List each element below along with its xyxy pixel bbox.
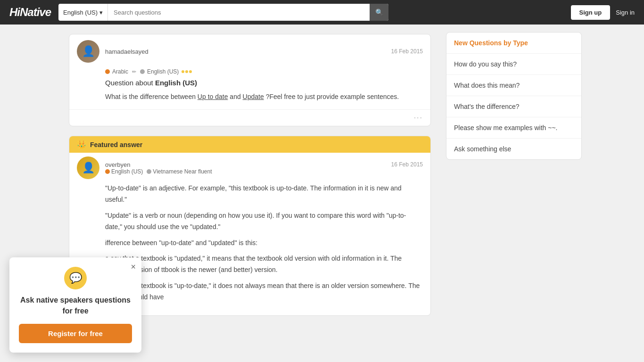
crown-icon: 👑 xyxy=(77,140,86,149)
question-user-meta: hamadaelsayed xyxy=(105,48,391,55)
answer-paragraph-3: ifference between "up-to-date" and "upda… xyxy=(105,238,423,249)
header-actions: Sign up Sign in xyxy=(571,5,635,20)
question-lang-tags: Arabic ✏ English (US) xyxy=(105,68,423,75)
answer-paragraph-1: "Up-to-date" is an adjective. For exampl… xyxy=(105,183,423,206)
sidebar-item-how-do-you-say[interactable]: How do you say this? xyxy=(446,54,581,75)
header: HiNative English (US) ▾ 🔍 Sign up Sign i… xyxy=(0,0,644,25)
question-learning-lang: English (US) xyxy=(140,68,192,75)
question-card: 👤 hamadaelsayed 16 Feb 2015 Arabic ✏ Eng… xyxy=(69,34,431,126)
question-title: Question about English (US) xyxy=(105,79,423,87)
featured-label: Featured answer xyxy=(90,141,142,148)
fluency-indicator xyxy=(182,70,192,73)
question-card-header: 👤 hamadaelsayed 16 Feb 2015 xyxy=(69,34,430,68)
chevron-down-icon: ▾ xyxy=(99,9,103,16)
answer-paragraph-2: "Update" is a verb or noun (depending on… xyxy=(105,210,423,233)
term-2: Update xyxy=(243,93,264,100)
answer-date: 16 Feb 2015 xyxy=(391,161,423,168)
answer-lang-tags: English (US) Vietnamese Near fluent xyxy=(105,168,212,175)
popup-icon: 💬 xyxy=(64,267,87,289)
question-card-body: Arabic ✏ English (US) Question about Eng… xyxy=(69,68,430,109)
question-date: 16 Feb 2015 xyxy=(391,48,423,55)
question-type-card: New Questions by Type How do you say thi… xyxy=(446,32,582,160)
answer-username[interactable]: overbyen xyxy=(105,161,212,168)
popup-close-button[interactable]: × xyxy=(131,262,136,272)
answer-learning-lang: Vietnamese Near fluent xyxy=(147,168,212,175)
signup-button[interactable]: Sign up xyxy=(571,5,611,20)
signin-button[interactable]: Sign in xyxy=(616,9,635,16)
sidebar-title: New Questions by Type xyxy=(446,33,581,54)
logo: HiNative xyxy=(9,6,51,19)
question-native-lang: Arabic xyxy=(105,68,128,75)
register-button[interactable]: Register for free xyxy=(19,324,132,343)
pencil-icon: ✏ xyxy=(132,69,136,75)
popup-title: Ask native speakers questions for free xyxy=(19,295,132,316)
registration-popup: × 💬 Ask native speakers questions for fr… xyxy=(9,257,141,353)
sidebar-item-show-examples[interactable]: Please show me examples with ~~. xyxy=(446,117,581,139)
question-username[interactable]: hamadaelsayed xyxy=(105,48,391,55)
term-1: Up to date xyxy=(198,93,228,100)
question-text: What is the difference between Up to dat… xyxy=(105,91,423,102)
more-options-button[interactable]: ··· xyxy=(414,114,423,122)
answer-user-info: 👤 overbyen English (US) Vietnamese Near … xyxy=(69,153,430,183)
question-user-avatar: 👤 xyxy=(77,40,99,63)
answer-native-lang: English (US) xyxy=(105,168,143,175)
search-icon: 🔍 xyxy=(375,8,383,16)
featured-header: 👑 Featured answer xyxy=(69,136,430,153)
sidebar-item-whats-the-difference[interactable]: What's the difference? xyxy=(446,96,581,117)
answer-user-avatar: 👤 xyxy=(77,156,99,179)
selected-language: English (US) xyxy=(63,9,98,16)
answer-user-meta: overbyen English (US) Vietnamese Near fl… xyxy=(105,161,212,175)
question-title-lang: English (US) xyxy=(155,79,197,87)
sidebar-item-ask-something-else[interactable]: Ask something else xyxy=(446,139,581,159)
language-selector[interactable]: English (US) ▾ xyxy=(58,4,108,21)
answer-paragraph-5: a say that a textbook is "up-to-date," i… xyxy=(105,280,423,303)
right-panel: New Questions by Type How do you say thi… xyxy=(438,25,589,362)
search-button[interactable]: 🔍 xyxy=(370,4,388,21)
answer-paragraph-4: a say that a textbook is "updated," it m… xyxy=(105,253,423,276)
question-card-footer: ··· xyxy=(69,109,430,126)
search-input[interactable] xyxy=(108,9,370,16)
search-bar: English (US) ▾ 🔍 xyxy=(58,4,388,21)
sidebar-item-what-does-this-mean[interactable]: What does this mean? xyxy=(446,75,581,96)
